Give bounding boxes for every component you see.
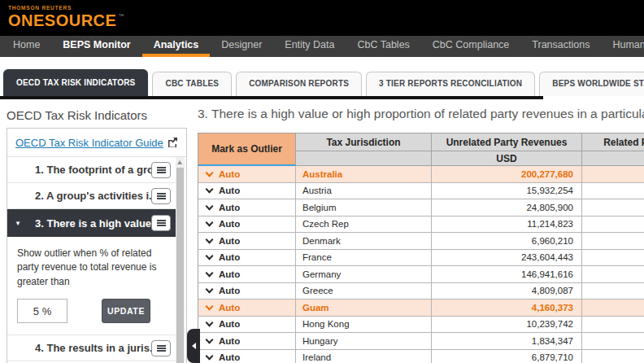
chevron-down-icon[interactable] — [206, 186, 214, 194]
guide-row: OECD Tax Risk Indicator Guide — [7, 129, 186, 157]
outlier-cell[interactable]: Auto — [198, 300, 296, 317]
chevron-down-icon[interactable] — [206, 269, 214, 277]
column-header-related-party-revenues[interactable]: Related Party Revenues — [582, 133, 644, 151]
onesource-logo: ONESOURCE — [8, 11, 116, 29]
outlier-mode-label: Auto — [219, 336, 240, 346]
sidebar-item-label: 2. A group's activities i... — [28, 190, 151, 202]
sidebar-item-4[interactable]: 4. The results in a juris... — [7, 335, 176, 361]
unrelated-revenue-cell: 6,960,210 — [432, 233, 582, 250]
scrollbar-thumb[interactable] — [176, 168, 184, 363]
column-header-mark-as-outlier[interactable]: Mark as Outlier — [198, 133, 296, 166]
related-revenue-cell — [582, 183, 644, 200]
caret-down-icon: ▾ — [7, 220, 28, 227]
related-revenue-cell — [582, 283, 644, 300]
nav-item-entity-data[interactable]: Entity Data — [273, 36, 346, 57]
tab-oecd-tax-risk-indicators[interactable]: OECD TAX RISK INDICATORS — [3, 69, 148, 96]
update-button[interactable]: UPDATE — [102, 299, 150, 323]
outlier-cell[interactable]: Auto — [198, 250, 296, 267]
nav-item-home[interactable]: Home — [2, 36, 51, 57]
sidebar-scrollbar[interactable] — [176, 157, 185, 363]
sidebar-item-3[interactable]: ▾ 3. There is a high value ... — [7, 209, 176, 237]
sidebar-item-1[interactable]: 1. The footprint of a gro... — [7, 157, 176, 183]
table-row: AutoHungary1,834,347 — [198, 333, 644, 350]
indicator-list: 1. The footprint of a gro... 2. A group'… — [7, 157, 186, 363]
outlier-cell[interactable]: Auto — [198, 183, 296, 200]
column-header-unrelated-party-revenues[interactable]: Unrelated Party Revenues — [432, 133, 582, 151]
table-row: AutoIreland6,879,710 — [198, 350, 644, 363]
sidebar-collapse-button[interactable] — [187, 329, 200, 363]
main-nav: Home BEPS Monitor Analytics Designer Ent… — [0, 36, 644, 57]
column-header-tax-jurisdiction[interactable]: Tax Jurisdiction — [296, 133, 432, 151]
table-row: AutoFrance243,604,443 — [198, 250, 644, 267]
sidebar-item-label: 4. The results in a juris... — [28, 342, 151, 354]
jurisdiction-cell: Belgium — [296, 199, 432, 216]
outlier-mode-label: Auto — [219, 352, 240, 362]
related-revenue-cell — [582, 350, 644, 363]
outlier-mode-label: Auto — [219, 252, 240, 262]
tab-3-tier-reports-reconciliation[interactable]: 3 TIER REPORTS RECONCILIATION — [366, 72, 535, 96]
outlier-cell[interactable]: Auto — [198, 317, 296, 334]
guide-link[interactable]: OECD Tax Risk Indicator Guide — [15, 137, 163, 149]
nav-item-human-resources[interactable]: Human Resources — [601, 36, 644, 57]
nav-item-cbc-compliance[interactable]: CbC Compliance — [421, 36, 520, 57]
subheader-currency: USD — [432, 151, 582, 166]
page-title: 3. There is a high value or high proport… — [198, 107, 644, 121]
outlier-cell[interactable]: Auto — [198, 166, 296, 183]
outlier-cell[interactable]: Auto — [198, 216, 296, 234]
table-row: AutoGreece4,809,087 — [198, 283, 644, 300]
table-body: AutoAustralia200,277,680AutoAustria15,93… — [198, 166, 644, 363]
unrelated-revenue-cell: 4,160,373 — [432, 300, 582, 317]
outlier-mode-label: Auto — [219, 186, 240, 195]
revenues-table: Mark as Outlier Tax Jurisdiction Unrelat… — [198, 133, 644, 363]
menu-icon[interactable] — [151, 188, 171, 204]
chevron-down-icon[interactable] — [206, 286, 214, 294]
nav-item-beps-monitor[interactable]: BEPS Monitor — [51, 36, 141, 57]
sidebar-item-label: 1. The footprint of a gro... — [28, 164, 151, 176]
percentage-input[interactable] — [17, 299, 67, 323]
table-row: AutoAustralia200,277,680 — [198, 166, 644, 183]
outlier-cell[interactable]: Auto — [198, 266, 296, 283]
tab-beps-worldwide-status[interactable]: BEPS WORLDWIDE STATUS — [539, 72, 644, 96]
external-link-icon[interactable] — [167, 137, 178, 148]
chevron-down-icon[interactable] — [206, 168, 214, 177]
outlier-cell[interactable]: Auto — [198, 283, 296, 300]
chevron-down-icon[interactable] — [206, 302, 214, 310]
outlier-cell[interactable]: Auto — [198, 350, 296, 363]
menu-icon[interactable] — [151, 215, 171, 231]
table-row: AutoAustria15,932,254 — [198, 183, 644, 200]
tabs-underline — [0, 96, 543, 99]
menu-icon[interactable] — [151, 340, 171, 356]
jurisdiction-cell: Guam — [296, 300, 432, 317]
chevron-down-icon[interactable] — [206, 219, 214, 227]
unrelated-revenue-cell: 146,941,616 — [432, 266, 582, 283]
jurisdiction-cell: Hungary — [296, 333, 432, 350]
jurisdiction-cell: Australia — [296, 166, 432, 183]
related-revenue-cell — [582, 216, 644, 234]
nav-item-cbc-tables[interactable]: CbC Tables — [346, 36, 420, 57]
outlier-cell[interactable]: Auto — [198, 333, 296, 350]
chevron-down-icon[interactable] — [206, 352, 214, 361]
chevron-down-icon[interactable] — [206, 319, 214, 327]
outlier-cell[interactable]: Auto — [198, 233, 296, 250]
jurisdiction-cell: Ireland — [296, 350, 432, 363]
nav-item-designer[interactable]: Designer — [210, 36, 273, 57]
nav-item-analytics[interactable]: Analytics — [142, 36, 211, 57]
outlier-cell[interactable]: Auto — [198, 199, 296, 216]
jurisdiction-cell: Greece — [296, 283, 432, 300]
unrelated-revenue-cell: 10,239,742 — [432, 317, 582, 334]
sidebar-title: OECD Tax Risk Indicators — [7, 108, 147, 122]
scroll-up-icon[interactable] — [177, 160, 182, 164]
tab-cbc-tables[interactable]: CBC TABLES — [152, 72, 232, 96]
menu-icon[interactable] — [151, 162, 171, 178]
nav-item-transactions[interactable]: Transactions — [520, 36, 601, 57]
chevron-down-icon[interactable] — [206, 335, 214, 343]
chevron-down-icon[interactable] — [206, 235, 214, 243]
unrelated-revenue-cell: 4,809,087 — [432, 283, 582, 300]
related-revenue-cell — [582, 166, 644, 183]
outlier-mode-label: Auto — [219, 303, 240, 313]
sidebar-item-2[interactable]: 2. A group's activities i... — [7, 183, 176, 209]
chevron-down-icon[interactable] — [206, 202, 214, 210]
chevron-down-icon[interactable] — [206, 252, 214, 260]
table-row: AutoDenmark6,960,210 — [198, 233, 644, 250]
tab-comparison-reports[interactable]: COMPARISON REPORTS — [236, 72, 362, 96]
